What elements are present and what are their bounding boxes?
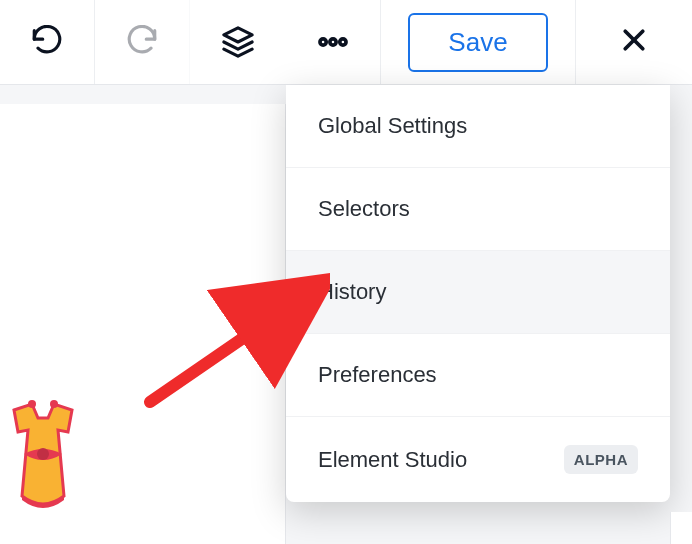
alpha-badge: ALPHA xyxy=(564,445,638,474)
svg-point-3 xyxy=(339,39,345,45)
undo-icon xyxy=(30,25,64,59)
more-horizontal-icon xyxy=(314,25,352,59)
undo-button[interactable] xyxy=(0,0,95,84)
menu-item-label: History xyxy=(318,279,386,305)
svg-point-6 xyxy=(28,400,36,408)
svg-point-8 xyxy=(37,448,49,460)
close-button[interactable] xyxy=(576,0,692,84)
canvas-panel xyxy=(0,104,286,544)
menu-item-label: Preferences xyxy=(318,362,437,388)
svg-point-1 xyxy=(319,39,325,45)
menu-item-preferences[interactable]: Preferences xyxy=(286,334,670,417)
close-icon xyxy=(619,25,649,59)
layers-icon xyxy=(221,25,255,59)
svg-marker-0 xyxy=(223,28,251,42)
save-button[interactable]: Save xyxy=(408,13,547,72)
more-options-dropdown: Global Settings Selectors History Prefer… xyxy=(286,85,670,502)
toolbar-group xyxy=(190,0,381,84)
menu-item-element-studio[interactable]: Element Studio ALPHA xyxy=(286,417,670,502)
menu-item-label: Selectors xyxy=(318,196,410,222)
dress-graphic xyxy=(0,400,92,510)
svg-point-7 xyxy=(50,400,58,408)
svg-point-2 xyxy=(329,39,335,45)
redo-button[interactable] xyxy=(95,0,190,84)
redo-icon xyxy=(125,25,159,59)
menu-item-global-settings[interactable]: Global Settings xyxy=(286,85,670,168)
menu-item-selectors[interactable]: Selectors xyxy=(286,168,670,251)
layers-button[interactable] xyxy=(190,25,285,59)
menu-item-label: Element Studio xyxy=(318,447,467,473)
more-options-button[interactable] xyxy=(285,25,380,59)
toolbar: Save xyxy=(0,0,692,85)
right-panel-edge xyxy=(670,512,692,544)
menu-item-label: Global Settings xyxy=(318,113,467,139)
save-button-wrapper: Save xyxy=(381,0,576,84)
menu-item-history[interactable]: History xyxy=(286,251,670,334)
